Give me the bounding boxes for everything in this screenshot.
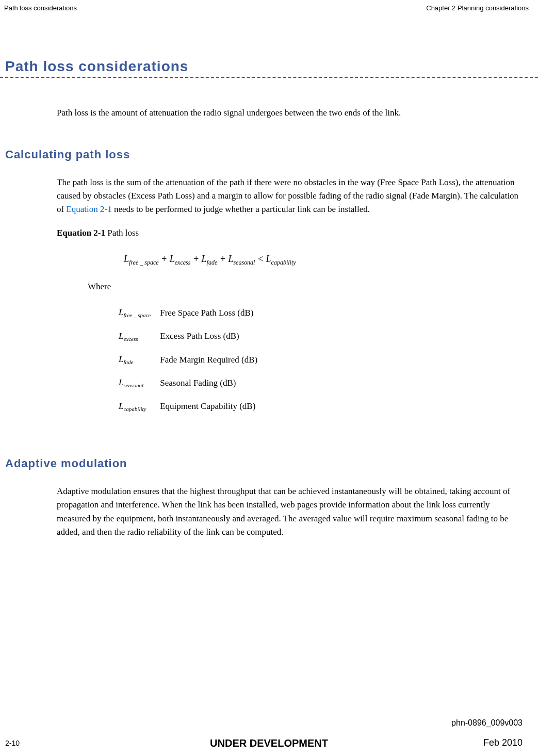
equation-number: Equation 2-1 (57, 228, 105, 238)
term-desc: Excess Path Loss (dB) (160, 325, 267, 348)
section1-paragraph: The path loss is the sum of the attenuat… (57, 176, 523, 217)
footer-row: 2-10 UNDER DEVELOPMENT Feb 2010 (0, 737, 538, 748)
title-divider (0, 77, 538, 78)
terms-table: Lfree _ space Free Space Path Loss (dB) … (119, 301, 267, 418)
term-symbol: Lfree _ space (119, 301, 160, 324)
term-symbol: Lfade (119, 348, 160, 371)
footer-status: UNDER DEVELOPMENT (210, 737, 328, 749)
header-left: Path loss considerations (4, 4, 77, 12)
term-symbol: Lcapability (119, 395, 160, 418)
equation-caption: Path loss (105, 228, 139, 238)
term-symbol: Lexcess (119, 325, 160, 348)
table-row: Lfree _ space Free Space Path Loss (dB) (119, 301, 267, 324)
term-desc: Fade Margin Required (dB) (160, 348, 267, 371)
intro-paragraph: Path loss is the amount of attenuation t… (57, 106, 523, 120)
equation-link[interactable]: Equation 2-1 (66, 204, 111, 214)
section-heading-calculating: Calculating path loss (5, 148, 538, 161)
section-heading-adaptive: Adaptive modulation (5, 457, 538, 470)
section2-paragraph: Adaptive modulation ensures that the hig… (57, 485, 523, 539)
section1-text-b: needs to be performed to judge whether a… (112, 204, 370, 214)
table-row: Lfade Fade Margin Required (dB) (119, 348, 267, 371)
table-row: Lseasonal Seasonal Fading (dB) (119, 371, 267, 395)
page-title: Path loss considerations (5, 58, 538, 75)
term-desc: Equipment Capability (dB) (160, 395, 267, 418)
term-symbol: Lseasonal (119, 371, 160, 395)
footer-docnum: phn-0896_009v003 (451, 718, 523, 728)
equation-2-1: Lfree _ space + Lexcess + Lfade + Lseaso… (124, 254, 523, 267)
footer-page: 2-10 (5, 739, 20, 747)
table-row: Lcapability Equipment Capability (dB) (119, 395, 267, 418)
footer-date: Feb 2010 (483, 737, 523, 748)
where-label: Where (88, 282, 523, 292)
term-desc: Free Space Path Loss (dB) (160, 301, 267, 324)
running-header: Path loss considerations Chapter 2 Plann… (0, 0, 538, 12)
equation-label: Equation 2-1 Path loss (57, 228, 523, 238)
term-desc: Seasonal Fading (dB) (160, 371, 267, 395)
table-row: Lexcess Excess Path Loss (dB) (119, 325, 267, 348)
header-right: Chapter 2 Planning considerations (426, 4, 529, 12)
